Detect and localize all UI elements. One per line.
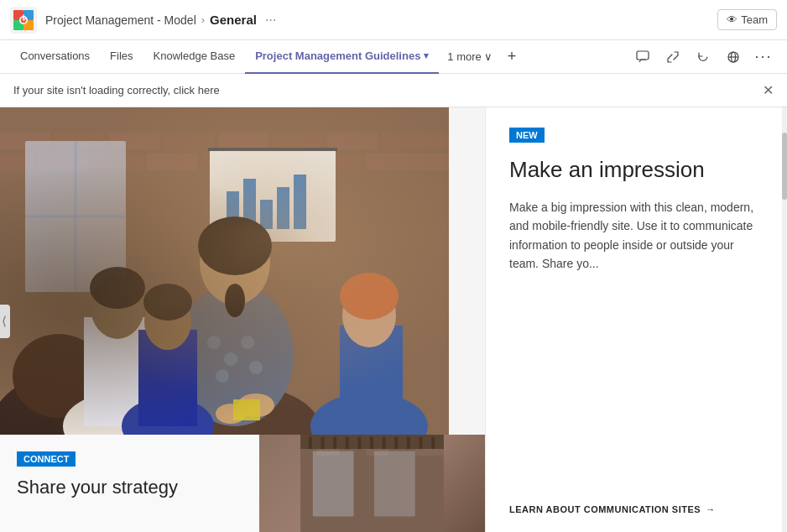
- svg-rect-36: [243, 179, 256, 229]
- scrollbar-track[interactable]: [782, 107, 787, 532]
- title-bar-right: 👁 Team: [717, 9, 777, 30]
- svg-rect-88: [370, 436, 373, 449]
- svg-point-64: [237, 394, 274, 417]
- svg-rect-91: [407, 436, 410, 449]
- svg-rect-90: [394, 436, 398, 449]
- chat-icon-btn[interactable]: [629, 44, 656, 70]
- svg-point-59: [340, 273, 399, 320]
- svg-rect-87: [357, 436, 361, 449]
- more-options-btn[interactable]: ···: [750, 44, 777, 70]
- svg-rect-25: [147, 154, 197, 170]
- svg-rect-38: [277, 187, 289, 229]
- svg-rect-84: [321, 436, 325, 449]
- team-label: Team: [741, 13, 768, 26]
- svg-point-52: [63, 393, 172, 435]
- active-tab-chevron: ▾: [424, 50, 429, 61]
- svg-rect-81: [374, 451, 415, 517]
- svg-rect-37: [260, 200, 273, 229]
- banner-text[interactable]: If your site isn't loading correctly, cl…: [13, 84, 220, 96]
- refresh-icon-btn[interactable]: [690, 44, 717, 70]
- more-dots: ···: [754, 48, 772, 65]
- svg-rect-93: [431, 436, 435, 449]
- tab-conversations[interactable]: Conversations: [10, 40, 100, 74]
- svg-rect-17: [164, 133, 214, 149]
- svg-point-54: [91, 275, 144, 339]
- svg-rect-30: [25, 141, 126, 292]
- bottom-left-section: CONNECT Share your strategy: [0, 435, 259, 532]
- svg-rect-14: [0, 133, 50, 149]
- svg-rect-53: [84, 317, 151, 426]
- learn-link-text: LEARN ABOUT COMMUNICATION SITES: [509, 504, 701, 514]
- svg-rect-23: [38, 154, 88, 170]
- svg-rect-86: [346, 436, 349, 449]
- svg-point-58: [342, 284, 396, 347]
- learn-link[interactable]: LEARN ABOUT COMMUNICATION SITES →: [509, 504, 764, 514]
- right-panel: NEW Make an impression Make a big impres…: [485, 107, 787, 532]
- more-chevron: ∨: [484, 50, 493, 63]
- globe-icon-btn[interactable]: [720, 44, 747, 70]
- svg-point-44: [207, 336, 221, 349]
- nav-right-icons: ···: [629, 44, 777, 70]
- svg-rect-79: [415, 448, 444, 456]
- svg-rect-28: [310, 154, 361, 170]
- svg-rect-85: [333, 436, 336, 449]
- app-icon: [10, 7, 37, 34]
- svg-point-62: [144, 293, 191, 350]
- title-ellipsis[interactable]: ···: [265, 13, 276, 28]
- title-bar: Project Management - Model › General ···…: [0, 0, 787, 40]
- scrollbar-thumb[interactable]: [782, 133, 787, 200]
- main-hero-image: [0, 107, 449, 435]
- strategy-heading: Share your strategy: [17, 477, 242, 498]
- svg-rect-29: [365, 154, 449, 170]
- svg-rect-92: [420, 436, 423, 449]
- svg-rect-21: [382, 133, 449, 149]
- svg-rect-9: [637, 51, 649, 60]
- tab-add-button[interactable]: +: [501, 40, 524, 74]
- svg-point-41: [13, 334, 105, 418]
- eye-icon: 👁: [727, 13, 737, 26]
- svg-rect-66: [233, 399, 260, 420]
- banner-close-button[interactable]: ✕: [763, 82, 774, 98]
- tab-knowledge-base[interactable]: Knowledge Base: [143, 40, 246, 74]
- svg-point-63: [143, 284, 192, 321]
- team-button[interactable]: 👁 Team: [717, 9, 777, 30]
- tab-project-management[interactable]: Project Management Guidelines ▾: [245, 40, 439, 74]
- svg-rect-80: [313, 451, 354, 517]
- svg-rect-61: [138, 330, 197, 426]
- svg-rect-83: [309, 436, 312, 449]
- breadcrumb-chevron: ›: [201, 13, 205, 26]
- nav-tabs: Conversations Files Knowledge Base Proje…: [0, 40, 787, 74]
- left-panel-collapse-handle[interactable]: [0, 305, 10, 338]
- svg-rect-27: [256, 154, 306, 170]
- main-heading: Make an impression: [509, 156, 764, 185]
- tab-more[interactable]: 1 more ∨: [439, 40, 500, 74]
- svg-point-42: [151, 384, 319, 435]
- svg-rect-39: [294, 175, 306, 229]
- tab-files[interactable]: Files: [100, 40, 143, 74]
- left-panel: CONNECT Share your strategy: [0, 107, 485, 532]
- svg-rect-74: [300, 448, 315, 456]
- svg-point-43: [176, 284, 294, 426]
- svg-rect-89: [383, 436, 386, 449]
- app-name: Project Management - Model: [45, 13, 196, 27]
- svg-point-40: [0, 376, 126, 435]
- svg-rect-26: [201, 154, 252, 170]
- svg-rect-33: [210, 149, 336, 242]
- svg-rect-34: [208, 148, 337, 151]
- svg-rect-35: [227, 191, 239, 229]
- svg-point-50: [198, 216, 272, 275]
- expand-icon-btn[interactable]: [659, 44, 686, 70]
- content-area: CONNECT Share your strategy: [0, 107, 787, 532]
- svg-point-51: [225, 284, 245, 317]
- svg-rect-20: [327, 133, 378, 149]
- svg-point-46: [241, 336, 254, 349]
- banner: If your site isn't loading correctly, cl…: [0, 74, 787, 107]
- bottom-row: CONNECT Share your strategy: [0, 435, 485, 532]
- svg-point-56: [310, 393, 428, 435]
- connect-badge: CONNECT: [17, 451, 76, 467]
- title-text: Project Management - Model › General ···: [45, 13, 276, 28]
- svg-rect-57: [340, 326, 403, 426]
- svg-rect-15: [55, 133, 105, 149]
- new-badge: NEW: [509, 128, 545, 143]
- svg-point-47: [216, 369, 229, 383]
